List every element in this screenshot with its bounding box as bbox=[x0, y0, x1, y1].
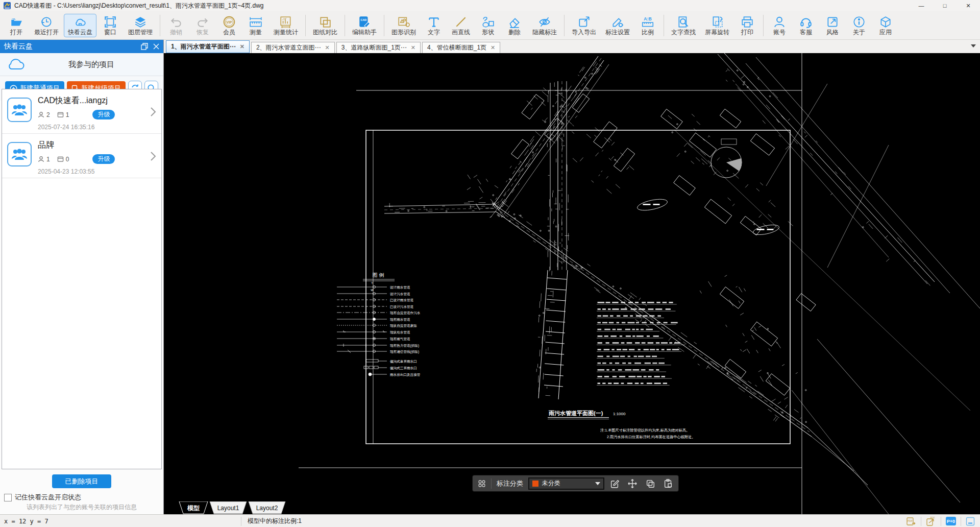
print-icon bbox=[741, 15, 754, 29]
members-icon bbox=[38, 156, 44, 162]
upgrade-badge[interactable]: 升级 bbox=[92, 154, 115, 164]
support-button[interactable]: 客服 bbox=[793, 14, 819, 37]
measure-button[interactable]: 测量 bbox=[243, 14, 268, 37]
copy-annotation-icon[interactable] bbox=[645, 478, 655, 489]
tab-list-dropdown-icon[interactable] bbox=[971, 44, 976, 47]
tab-drawing-1[interactable]: 1、雨污水管道平面图⋯✕ bbox=[166, 40, 250, 53]
shapes-button[interactable]: 形状 bbox=[475, 14, 501, 37]
screen-rotate-button[interactable]: 屏幕旋转 bbox=[701, 14, 733, 37]
dropdown-caret-icon bbox=[595, 482, 600, 485]
project-row-2[interactable]: 品牌 1 0 升级 2025-04-23 12:03:55 bbox=[2, 134, 161, 178]
layer-manager-button[interactable]: 图层管理 bbox=[124, 14, 157, 37]
text-tool-button[interactable]: 文字 bbox=[421, 14, 447, 37]
pdf-convert-icon[interactable]: PDF bbox=[906, 516, 916, 526]
minimize-button[interactable]: — bbox=[910, 0, 933, 11]
about-button[interactable]: 关于 bbox=[846, 14, 872, 37]
project-list: CAD快速看...iangzj 2 1 升级 2025-07-24 16:35:… bbox=[2, 89, 162, 469]
apps-cube-icon bbox=[879, 15, 892, 29]
svg-text:现有合流管道作污水: 现有合流管道作污水 bbox=[390, 311, 421, 315]
redo-icon bbox=[196, 15, 209, 29]
draw-line-button[interactable]: 画直线 bbox=[448, 14, 474, 37]
vip-member-button[interactable]: VIP 会员 bbox=[216, 14, 242, 37]
move-annotation-icon[interactable] bbox=[627, 478, 638, 489]
toolbar-separator bbox=[664, 15, 664, 36]
tab-drawing-2[interactable]: 2、雨污水管道立面图⋯✕ bbox=[251, 42, 335, 53]
annotation-settings-button[interactable]: 标注设置 bbox=[601, 14, 634, 37]
svg-text:VIP: VIP bbox=[226, 20, 232, 23]
window-button[interactable]: 窗口 bbox=[97, 14, 123, 37]
statusbar-separator bbox=[241, 517, 241, 526]
maximize-button[interactable]: □ bbox=[933, 0, 957, 11]
account-button[interactable]: 账号 bbox=[767, 14, 792, 37]
chevron-right-icon[interactable] bbox=[150, 151, 156, 161]
measure-stats-button[interactable]: 测量统计 bbox=[270, 14, 302, 37]
deleted-projects-button[interactable]: 已删除项目 bbox=[52, 474, 111, 488]
tab-close-icon[interactable]: ✕ bbox=[411, 44, 415, 51]
recent-clock-icon bbox=[40, 15, 53, 29]
svg-text:现状自流管道废除: 现状自流管道废除 bbox=[390, 324, 417, 328]
print-button[interactable]: 打印 bbox=[734, 14, 760, 37]
open-button[interactable]: 打开 bbox=[4, 14, 29, 37]
find-text-button[interactable]: 文字查找 bbox=[667, 14, 700, 37]
undo-button[interactable]: 撤销 bbox=[163, 14, 189, 37]
float-panel-icon[interactable] bbox=[141, 43, 148, 50]
tab-close-icon[interactable]: ✕ bbox=[325, 44, 330, 51]
svg-text:偏沟式单箅雨水口: 偏沟式单箅雨水口 bbox=[390, 360, 417, 364]
tab-drawing-3[interactable]: 3、道路纵断面图_1页⋯✕ bbox=[336, 42, 421, 53]
project-date: 2025-04-23 12:03:55 bbox=[38, 168, 157, 175]
project-row-1[interactable]: CAD快速看...iangzj 2 1 升级 2025-07-24 16:35:… bbox=[2, 89, 161, 134]
annotation-noise bbox=[389, 62, 930, 423]
panel-toggle-icon[interactable] bbox=[966, 517, 975, 526]
tab-close-icon[interactable]: ✕ bbox=[491, 44, 495, 51]
main-toolbar: 打开 最近打开 快看云盘 窗口 图层管理 撤销 恢复 VIP 会员 bbox=[0, 11, 980, 40]
cad-drawing[interactable]: 图 例 Y W bbox=[164, 53, 980, 514]
style-button[interactable]: 风格 bbox=[820, 14, 845, 37]
close-button[interactable]: ✕ bbox=[957, 0, 980, 11]
annotation-category-label: 标注分类 bbox=[497, 479, 523, 488]
toolbar-separator bbox=[564, 15, 565, 36]
member-count: 2 bbox=[46, 111, 50, 118]
redo-button[interactable]: 恢复 bbox=[190, 14, 215, 37]
drawing-compare-button[interactable]: 图纸对比 bbox=[309, 14, 341, 37]
pdf-export-icon[interactable]: PDF bbox=[926, 516, 936, 526]
chevron-right-icon[interactable] bbox=[150, 107, 156, 117]
shapes-icon bbox=[481, 15, 495, 29]
project-name: CAD快速看...iangzj bbox=[38, 95, 157, 106]
cad-canvas[interactable]: 图 例 Y W bbox=[164, 53, 980, 514]
hide-annotations-button[interactable]: 隐藏标注 bbox=[528, 14, 561, 37]
scale-button[interactable]: A:B 比例 bbox=[635, 14, 660, 37]
recent-open-button[interactable]: 最近打开 bbox=[30, 14, 63, 37]
upgrade-badge[interactable]: 升级 bbox=[92, 110, 115, 119]
undo-icon bbox=[169, 15, 183, 29]
edit-annotation-icon[interactable] bbox=[609, 478, 620, 489]
svg-text:注:1.本图尺寸标注除管径以外均为米,标高为绝对标高。: 注:1.本图尺寸标注除管径以外均为米,标高为绝对标高。 bbox=[600, 428, 690, 433]
hidden-eye-icon bbox=[538, 15, 551, 29]
p0-scale-badge[interactable]: P+0 bbox=[946, 517, 956, 525]
delete-button[interactable]: 删除 bbox=[502, 14, 527, 37]
annotation-settings-icon bbox=[611, 15, 624, 29]
cloud-drive-button[interactable]: 快看云盘 bbox=[64, 14, 96, 37]
import-export-button[interactable]: 导入导出 bbox=[568, 14, 600, 37]
annotation-grid-icon[interactable] bbox=[478, 478, 486, 489]
statusbar-separator bbox=[921, 517, 921, 526]
annotation-category-dropdown[interactable]: 未分类 bbox=[528, 477, 604, 490]
svg-text:模型: 模型 bbox=[187, 505, 200, 512]
remember-checkbox[interactable] bbox=[4, 494, 12, 501]
apps-button[interactable]: 应用 bbox=[873, 14, 898, 37]
toolbar-separator bbox=[763, 15, 764, 36]
tab-drawing-4[interactable]: 4、管位横断面图_1页✕ bbox=[422, 42, 500, 53]
find-text-icon bbox=[677, 15, 690, 29]
svg-text:CAD: CAD bbox=[361, 18, 367, 21]
paste-annotation-icon[interactable] bbox=[663, 478, 673, 489]
window-frame-icon bbox=[104, 15, 117, 29]
close-panel-icon[interactable] bbox=[153, 43, 159, 50]
svg-text:已设计污水管道: 已设计污水管道 bbox=[390, 305, 414, 309]
toolbar-separator bbox=[345, 15, 345, 36]
edit-assistant-button[interactable]: CAD 编辑助手 bbox=[348, 14, 381, 37]
toolbar-separator bbox=[305, 15, 306, 36]
toolbar-separator bbox=[384, 15, 384, 36]
title-bar: CAD快速看图 - C:\Users\liangzj\Desktop\conve… bbox=[0, 0, 980, 11]
shape-recognition-button[interactable]: 图形识别 bbox=[387, 14, 420, 37]
tab-close-icon[interactable]: ✕ bbox=[240, 43, 244, 50]
svg-text:图 例: 图 例 bbox=[373, 272, 384, 278]
